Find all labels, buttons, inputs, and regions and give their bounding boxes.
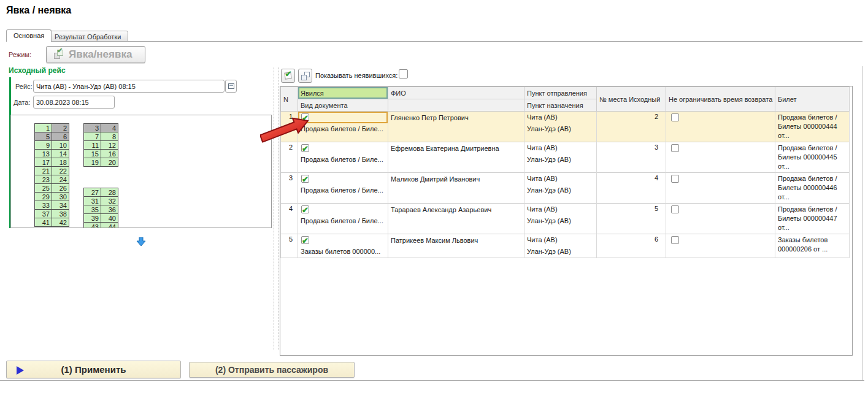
copy-button[interactable] xyxy=(298,69,312,83)
seat-38[interactable]: 38 xyxy=(52,210,69,218)
seat-33[interactable]: 33 xyxy=(35,201,52,210)
seat-34[interactable]: 34 xyxy=(52,201,69,210)
fio-cell[interactable]: Ефремова Екатерина Дмитриевна xyxy=(388,142,524,173)
seat-42[interactable]: 42 xyxy=(52,218,69,227)
seat-13[interactable]: 13 xyxy=(35,150,52,158)
no-return-limit-checkbox[interactable] xyxy=(671,175,679,183)
seat-16[interactable]: 16 xyxy=(101,150,118,158)
seat-35[interactable]: 35 xyxy=(84,205,101,214)
fio-cell[interactable]: Тарараев Александр Азарьевич xyxy=(388,204,524,234)
no-return-limit-checkbox[interactable] xyxy=(671,236,679,244)
date-input[interactable] xyxy=(33,96,115,109)
ticket-cell[interactable]: Продажа билетов / Билеты 000000445 от... xyxy=(775,142,850,173)
tab-result[interactable]: Результат Обработки xyxy=(47,31,128,42)
col-header-destination[interactable]: Пункт назначения xyxy=(524,99,597,112)
attended-checkbox[interactable] xyxy=(301,175,309,183)
trip-input[interactable] xyxy=(33,80,225,93)
seat-3[interactable]: 3 xyxy=(84,124,101,132)
departure-cell[interactable]: Чита (АВ) xyxy=(524,142,596,154)
seat-39[interactable]: 39 xyxy=(84,214,101,223)
departure-cell[interactable]: Чита (АВ) xyxy=(524,234,596,246)
seat-14[interactable]: 14 xyxy=(52,150,69,158)
seat-10[interactable]: 10 xyxy=(52,141,69,150)
seat-6[interactable]: 6 xyxy=(52,132,69,141)
seat-9[interactable]: 9 xyxy=(35,141,52,150)
seat-7[interactable]: 7 xyxy=(84,132,101,141)
fio-cell[interactable]: Гляненко Петр Петрович xyxy=(388,112,524,142)
attended-cell[interactable] xyxy=(298,204,388,215)
seat-5[interactable]: 5 xyxy=(35,132,52,141)
no-return-limit-checkbox[interactable] xyxy=(671,113,679,121)
seat-44[interactable]: 44 xyxy=(101,223,118,229)
show-noshow-checkbox[interactable] xyxy=(399,69,408,78)
attended-checkbox[interactable] xyxy=(301,205,309,213)
fio-cell[interactable]: Маликов Дмитрий Иванович xyxy=(388,173,524,204)
apply-button[interactable]: (1) Применить xyxy=(6,361,181,378)
seat-1[interactable]: 1 xyxy=(35,124,52,132)
fio-cell[interactable]: Патрикеев Максим Львович xyxy=(388,234,524,258)
seat-17[interactable]: 17 xyxy=(35,158,52,167)
seat-18[interactable]: 18 xyxy=(52,158,69,167)
panel-splitter[interactable] xyxy=(274,67,274,350)
destination-cell[interactable]: Улан-Удэ (АВ) xyxy=(524,123,596,135)
attended-checkbox[interactable] xyxy=(301,236,309,244)
col-header-no-return-limit[interactable]: Не ограничивать время возврата xyxy=(666,87,775,112)
destination-cell[interactable]: Улан-Удэ (АВ) xyxy=(524,215,596,227)
col-header-attended[interactable]: Явился xyxy=(298,87,388,99)
seat-22[interactable]: 22 xyxy=(52,167,69,175)
seat-41[interactable]: 41 xyxy=(35,218,52,227)
seat-26[interactable]: 26 xyxy=(52,184,69,193)
seat-15[interactable]: 15 xyxy=(84,150,101,158)
col-header-doc-type[interactable]: Вид документа xyxy=(298,99,388,112)
col-header-fio[interactable]: ФИО xyxy=(388,87,524,99)
seat-23[interactable]: 23 xyxy=(35,175,52,184)
departure-cell[interactable]: Чита (АВ) xyxy=(524,204,596,215)
ticket-cell[interactable]: Заказы билетов 000000206 от ... xyxy=(775,234,850,258)
seat-12[interactable]: 12 xyxy=(101,141,118,150)
seat-19[interactable]: 19 xyxy=(84,158,101,167)
panel-splitter[interactable] xyxy=(278,67,278,350)
seat-29[interactable]: 29 xyxy=(35,193,52,201)
seat-28[interactable]: 28 xyxy=(101,188,118,197)
seat-43[interactable]: 43 xyxy=(84,223,101,229)
seat-25[interactable]: 25 xyxy=(35,184,52,193)
seat-4[interactable]: 4 xyxy=(101,124,118,132)
seat-40[interactable]: 40 xyxy=(101,214,118,223)
doc-type-cell[interactable]: Продажа билетов / Биле... xyxy=(298,185,388,196)
seat-24[interactable]: 24 xyxy=(52,175,69,184)
seat-31[interactable]: 31 xyxy=(84,197,101,205)
seat-27[interactable]: 27 xyxy=(84,188,101,197)
seat-37[interactable]: 37 xyxy=(35,210,52,218)
mode-button[interactable]: ✔ Явка/неявка xyxy=(46,46,145,63)
no-return-limit-checkbox[interactable] xyxy=(671,144,679,152)
ticket-cell[interactable]: Продажа билетов / Билеты 000000447 от... xyxy=(775,204,850,234)
departure-cell[interactable]: Чита (АВ) xyxy=(524,173,596,185)
doc-type-cell[interactable]: Продажа билетов / Биле... xyxy=(298,154,388,166)
seat-20[interactable]: 20 xyxy=(101,158,118,167)
departure-cell[interactable]: Чита (АВ) xyxy=(524,112,596,123)
tab-main[interactable]: Основная xyxy=(6,29,52,42)
seat-number-cell[interactable]: 5 xyxy=(597,204,666,234)
seat-21[interactable]: 21 xyxy=(35,167,52,175)
ticket-cell[interactable]: Продажа билетов / Билеты 000000446 от... xyxy=(775,173,850,204)
seat-30[interactable]: 30 xyxy=(52,193,69,201)
seat-2[interactable]: 2 xyxy=(52,124,69,132)
seat-8[interactable]: 8 xyxy=(101,132,118,141)
splitter-collapse-arrow-icon[interactable] xyxy=(136,237,146,247)
seat-number-cell[interactable]: 2 xyxy=(597,112,666,142)
destination-cell[interactable]: Улан-Удэ (АВ) xyxy=(524,154,596,166)
seat-number-cell[interactable]: 3 xyxy=(597,142,666,173)
trip-open-button[interactable] xyxy=(225,80,237,93)
destination-cell[interactable]: Улан-Удэ (АВ) xyxy=(524,185,596,196)
col-header-seat[interactable]: № места Исходный xyxy=(597,87,666,112)
seat-number-cell[interactable]: 4 xyxy=(597,173,666,204)
ticket-cell[interactable]: Продажа билетов / Билеты 000000444 от... xyxy=(775,112,850,142)
no-return-limit-checkbox[interactable] xyxy=(671,205,679,213)
seat-36[interactable]: 36 xyxy=(101,205,118,214)
send-passengers-button[interactable]: (2) Отправить пассажиров xyxy=(189,362,355,378)
attended-cell[interactable] xyxy=(298,234,388,246)
doc-type-cell[interactable]: Продажа билетов / Биле... xyxy=(298,215,388,227)
seat-number-cell[interactable]: 6 xyxy=(597,234,666,258)
seat-11[interactable]: 11 xyxy=(84,141,101,150)
destination-cell[interactable]: Улан-Удэ (АВ) xyxy=(524,246,596,258)
